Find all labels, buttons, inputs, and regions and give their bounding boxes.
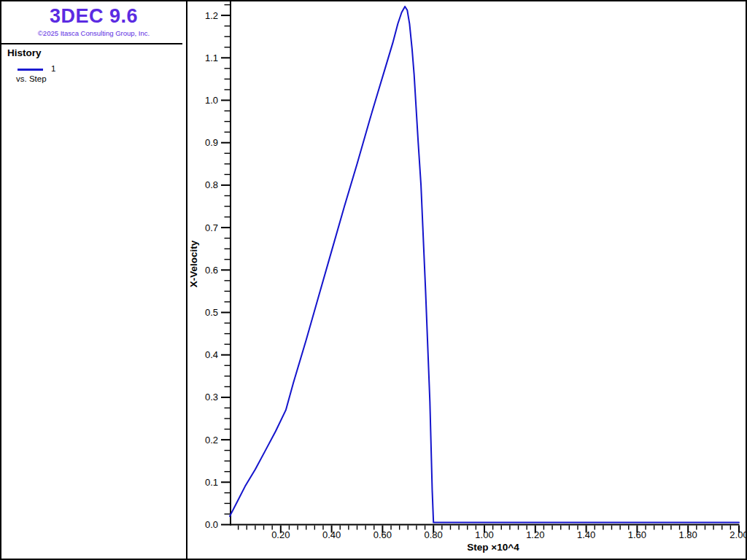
y-tick-label: 0.1 [205, 477, 218, 488]
x-tick-label: 1.20 [526, 529, 544, 540]
x-tick-label: 2.00 [729, 529, 746, 540]
y-tick-label: 1.2 [205, 10, 218, 21]
y-tick-label: 0.8 [205, 179, 218, 190]
chart-area[interactable]: X-Velocity Step ×10^4 0.00.10.20.30.40.5… [187, 1, 746, 559]
app-window: 3DEC 9.6 ©2025 Itasca Consulting Group, … [0, 0, 747, 560]
header-divider [1, 43, 182, 44]
y-tick-label: 0.9 [205, 137, 218, 148]
history-chart: X-Velocity Step ×10^4 0.00.10.20.30.40.5… [187, 1, 746, 559]
app-title: 3DEC 9.6 [1, 5, 186, 28]
y-tick-label: 0.3 [205, 392, 218, 402]
y-tick-label: 0.4 [205, 349, 218, 360]
y-axis-title: X-Velocity [188, 240, 199, 287]
legend-item: 1 [18, 64, 105, 74]
x-tick-label: 0.80 [425, 529, 443, 540]
y-tick-label: 0.0 [205, 519, 218, 530]
y-tick-label: 0.2 [205, 435, 218, 446]
x-tick-label: 0.20 [271, 529, 290, 540]
axes-layer: 0.00.10.20.30.40.50.60.70.80.91.01.11.20… [205, 1, 746, 540]
y-tick-label: 1.1 [205, 52, 218, 63]
x-tick-label: 0.40 [322, 529, 341, 540]
legend-line-swatch [18, 69, 43, 71]
x-tick-label: 1.80 [679, 529, 697, 540]
x-axis-title: Step ×10^4 [467, 542, 519, 553]
y-tick-label: 1.0 [205, 95, 218, 106]
legend-panel: 3DEC 9.6 ©2025 Itasca Consulting Group, … [1, 1, 186, 559]
x-tick-label: 1.40 [577, 529, 595, 540]
legend-vs-step: vs. Step [16, 74, 47, 83]
history-heading: History [7, 47, 42, 58]
legend-label: 1 [51, 64, 55, 73]
y-tick-label: 0.7 [205, 222, 218, 233]
copyright-text: ©2025 Itasca Consulting Group, Inc. [1, 29, 186, 37]
x-tick-label: 1.00 [475, 529, 493, 540]
x-tick-label: 0.60 [374, 529, 392, 540]
x-tick-label: 1.60 [628, 529, 646, 540]
history-curve-1 [230, 7, 739, 523]
y-tick-label: 0.5 [205, 307, 218, 318]
y-tick-label: 0.6 [205, 265, 218, 276]
series-layer [230, 7, 739, 523]
